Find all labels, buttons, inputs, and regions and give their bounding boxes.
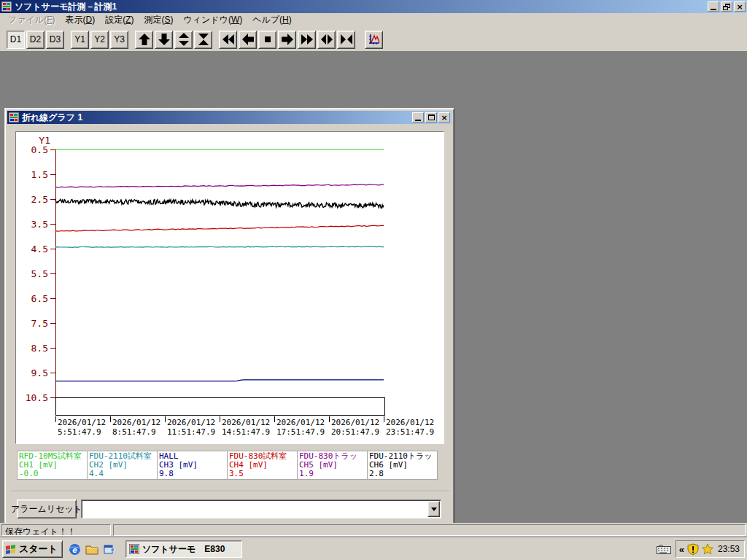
svg-text:2026/01/12: 2026/01/12	[386, 418, 434, 427]
pan-up-button[interactable]	[135, 31, 153, 49]
security-shield-icon[interactable]	[687, 543, 699, 556]
triangles-inward-icon	[340, 33, 353, 46]
menu-item-3[interactable]: 設定(Z)	[100, 12, 139, 28]
rewind-button[interactable]	[219, 31, 237, 49]
graph-window-title: 折れ線グラフ 1	[22, 112, 411, 124]
legend-channel-6: FDU-2110トラッCH6 [mV]2.8	[367, 451, 438, 480]
chart-settings-button[interactable]	[365, 31, 383, 49]
legend-channel-1: RFD-10MS試料室CH1 [mV]-0.0	[17, 451, 88, 480]
svg-text:5.5: 5.5	[31, 268, 48, 279]
main-titlebar: ソフトサーモ計測－計測1 ×	[0, 0, 747, 13]
svg-text:3.5: 3.5	[31, 219, 48, 230]
status-cell-empty	[113, 524, 746, 536]
outlook-express-icon[interactable]	[103, 543, 115, 556]
restore-button[interactable]	[721, 1, 732, 12]
task-button-softthermo[interactable]: ソフトサーモ E830	[125, 540, 242, 558]
chart-icon	[368, 33, 381, 46]
yaxis-button-group: Y1Y2Y3	[71, 31, 130, 49]
expand-x-button[interactable]	[317, 31, 336, 49]
svg-text:20:51:47.9: 20:51:47.9	[331, 427, 379, 437]
star-icon[interactable]	[702, 543, 713, 555]
svg-text:6.5: 6.5	[31, 293, 48, 304]
double-left-triangle-icon	[222, 33, 235, 46]
display-d1-button[interactable]: D1	[7, 31, 25, 49]
display-d3-button[interactable]: D3	[46, 31, 64, 49]
desktop: { "window": { "title": "ソフトサーモ計測－計測1" },…	[0, 0, 747, 560]
menu-item-4[interactable]: 測定(S)	[139, 12, 178, 28]
hourglass-icon	[197, 33, 210, 46]
legend-current_value: 9.8	[159, 470, 225, 478]
graph-maximize-button[interactable]	[425, 112, 437, 122]
svg-text:9.5: 9.5	[31, 368, 48, 378]
menu-bar: ファイル(F)表示(D)設定(Z)測定(S)ウィンドウ(W)ヘルプ(H)	[0, 13, 747, 28]
arrow-right-icon	[281, 33, 294, 46]
quick-launch-bar: e	[69, 543, 115, 556]
svg-text:2026/01/12: 2026/01/12	[58, 418, 106, 427]
graph-window-titlebar: 折れ線グラフ 1 ×	[7, 111, 452, 124]
show-desktop-icon[interactable]	[85, 544, 98, 555]
alarm-reset-button[interactable]: アラームリセット	[17, 499, 77, 518]
menu-item-2[interactable]: 表示(D)	[60, 12, 100, 28]
yaxis-y3-button[interactable]: Y3	[110, 31, 128, 49]
triangles-updown-icon	[177, 33, 190, 46]
graph-close-button[interactable]: ×	[438, 112, 450, 122]
pan-down-button[interactable]	[155, 31, 173, 49]
scroll-button-group	[219, 31, 357, 49]
graph-minimize-button[interactable]	[412, 112, 424, 122]
channel-legend: RFD-10MS試料室CH1 [mV]-0.0FDU-2110試料室CH2 [m…	[17, 451, 443, 480]
step-left-button[interactable]	[239, 31, 257, 49]
svg-text:7.5: 7.5	[31, 318, 48, 329]
keyboard-icon[interactable]	[657, 545, 671, 554]
fast-forward-button[interactable]	[298, 31, 316, 49]
svg-text:11:51:47.9: 11:51:47.9	[167, 427, 215, 437]
arrow-down-icon	[158, 33, 171, 46]
yaxis-y2-button[interactable]: Y2	[90, 31, 109, 49]
stop-square-icon	[261, 33, 274, 46]
minimize-button[interactable]	[708, 1, 719, 12]
taskbar: スタート e ソフトサーモ E830 «	[0, 537, 747, 560]
display-d2-button[interactable]: D2	[26, 31, 44, 49]
menu-item-5[interactable]: ウィンドウ(W)	[179, 12, 248, 28]
tray-clock: 23:53	[718, 544, 740, 554]
svg-text:14:51:47.9: 14:51:47.9	[222, 427, 270, 437]
menu-item-1: ファイル(F)	[3, 12, 60, 28]
svg-text:2.5: 2.5	[31, 194, 48, 205]
compress-y-button[interactable]	[194, 31, 212, 49]
stop-button[interactable]	[258, 31, 276, 49]
svg-text:17:51:47.9: 17:51:47.9	[276, 427, 325, 437]
svg-text:23:51:47.9: 23:51:47.9	[386, 427, 434, 437]
status-message: 保存ウェイト！！	[1, 524, 111, 536]
legend-current_value: 1.9	[299, 470, 365, 478]
legend-channel-4: FDU-830試料室CH4 [mV]3.5	[227, 451, 298, 480]
svg-text:8.5: 8.5	[31, 343, 48, 354]
legend-current_value: -0.0	[19, 470, 85, 478]
compress-x-button[interactable]	[337, 31, 355, 49]
svg-text:5:51:47.9: 5:51:47.9	[58, 427, 101, 437]
graph-window-icon	[9, 112, 19, 122]
internet-explorer-icon[interactable]: e	[69, 543, 81, 556]
close-button[interactable]: ×	[734, 1, 746, 12]
svg-text:1.5: 1.5	[31, 169, 48, 180]
status-bar: 保存ウェイト！！	[0, 523, 747, 537]
line-chart-panel: Y10.51.52.53.54.55.56.57.58.59.510.52026…	[15, 131, 444, 444]
task-button-label: ソフトサーモ E830	[142, 543, 225, 556]
start-button[interactable]: スタート	[2, 540, 63, 558]
legend-channel-3: HALLCH3 [mV]9.8	[157, 451, 228, 480]
chart-button-group	[365, 31, 384, 49]
expand-y-button[interactable]	[174, 31, 193, 49]
double-right-triangle-icon	[301, 33, 314, 46]
alarm-combobox[interactable]	[81, 499, 441, 518]
step-right-button[interactable]	[278, 31, 296, 49]
task-app-icon	[129, 544, 139, 554]
triangles-outward-icon	[320, 33, 333, 46]
menu-item-6[interactable]: ヘルプ(H)	[247, 12, 297, 28]
svg-text:0.5: 0.5	[31, 144, 48, 155]
yaxis-y1-button[interactable]: Y1	[71, 31, 89, 49]
line-chart: Y10.51.52.53.54.55.56.57.58.59.510.52026…	[17, 133, 443, 443]
windows-flag-icon	[5, 543, 17, 555]
combobox-dropdown-button[interactable]	[427, 501, 440, 517]
tray-chevron[interactable]: «	[679, 544, 684, 555]
svg-text:2026/01/12: 2026/01/12	[222, 418, 270, 427]
arrow-up-icon	[138, 33, 151, 46]
svg-text:2026/01/12: 2026/01/12	[331, 418, 379, 427]
